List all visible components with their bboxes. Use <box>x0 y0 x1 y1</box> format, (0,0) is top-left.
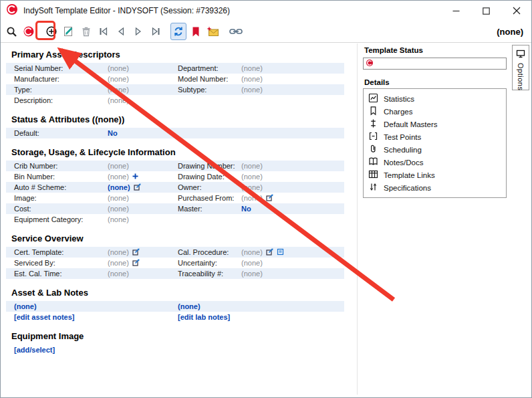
field-label: Image: <box>14 194 108 202</box>
test-points-icon <box>368 131 378 142</box>
asset-notes-value: (none) <box>14 302 37 310</box>
next-record-button[interactable] <box>130 23 146 40</box>
field-value: (none) <box>108 215 129 223</box>
field-value[interactable]: No <box>108 129 118 137</box>
field-value: (none) <box>241 162 263 170</box>
detail-item-label: Test Points <box>384 133 421 141</box>
field-value: (none) <box>108 75 129 83</box>
add-bin-icon[interactable] <box>132 173 138 181</box>
goto-icon[interactable] <box>134 183 141 192</box>
minimize-button[interactable] <box>441 1 471 21</box>
field-value: (none) <box>241 183 263 191</box>
next-record-icon <box>133 26 144 37</box>
field-value-link[interactable]: (none) <box>108 183 130 191</box>
detail-item-label: Notes/Docs <box>384 159 423 167</box>
goto-icon[interactable] <box>132 248 140 257</box>
sidebar: Template Status Details Statistics Charg… <box>363 45 507 198</box>
document-icon[interactable] <box>277 248 284 257</box>
field-value: (none) <box>108 173 129 181</box>
specifications-icon <box>368 182 378 193</box>
title-bar: IndySoft Template Editor - INDYSOFT (Ses… <box>1 1 531 21</box>
previous-record-button[interactable] <box>113 23 129 40</box>
template-detail-panel: Primary Asset Descriptors Serial Number:… <box>6 43 355 355</box>
link-icon <box>229 27 243 35</box>
goto-icon[interactable] <box>266 248 273 257</box>
template-status-input[interactable] <box>363 58 507 70</box>
app-logo-icon <box>6 3 18 18</box>
template-links-icon <box>368 169 378 181</box>
edit-icon <box>63 25 75 37</box>
detail-item-scheduling[interactable]: Scheduling <box>364 143 506 156</box>
field-value: (none) <box>108 96 129 104</box>
field-label: Uncertainty: <box>178 259 241 267</box>
last-record-button[interactable] <box>148 23 164 40</box>
detail-item-notes-docs[interactable]: Notes/Docs <box>364 156 506 169</box>
detail-item-template-links[interactable]: Template Links <box>364 169 506 181</box>
close-button[interactable] <box>501 1 531 21</box>
plus-circle-icon <box>45 25 57 37</box>
detail-item-charges[interactable]: Charges <box>364 105 506 118</box>
field-row: Crib Number: (none) Drawing Number: (non… <box>6 161 344 171</box>
detail-item-default-masters[interactable]: Default Masters <box>364 118 506 130</box>
field-label: Manufacturer: <box>14 75 108 83</box>
add-record-button[interactable] <box>43 23 59 40</box>
field-label: Owner: <box>178 183 241 191</box>
red-circle-button[interactable] <box>21 23 37 40</box>
field-value: (none) <box>108 194 129 202</box>
detail-item-statistics[interactable]: Statistics <box>364 92 506 105</box>
options-tab[interactable]: Options <box>512 45 529 90</box>
detail-item-label: Default Masters <box>384 120 438 128</box>
detail-item-test-points[interactable]: Test Points <box>364 130 506 143</box>
current-record-label: (none) <box>497 27 526 37</box>
first-record-button[interactable] <box>96 23 112 40</box>
statistics-icon <box>368 93 378 104</box>
field-value: (none) <box>108 205 129 213</box>
trash-icon <box>80 25 92 37</box>
field-row: Type: (none) Subtype: (none) <box>6 84 344 95</box>
edit-lab-notes-link[interactable]: [edit lab notes] <box>178 313 230 321</box>
delete-record-button[interactable] <box>78 23 94 40</box>
email-button[interactable] <box>205 23 221 40</box>
template-status-label: Template Status <box>364 46 507 54</box>
edit-asset-notes-link[interactable]: [edit asset notes] <box>14 313 74 321</box>
field-row: Cert. Template: (none) Cal. Procedure: (… <box>6 247 344 258</box>
bookmark-icon <box>191 26 201 37</box>
field-label: Cost: <box>14 205 108 213</box>
add-select-image-link[interactable]: [add/select] <box>14 346 55 354</box>
field-label: Purchased From: <box>178 194 241 202</box>
field-row: Bin Number: (none) Drawing Date: (none) <box>6 171 344 182</box>
link-button[interactable] <box>228 23 244 40</box>
field-value-link[interactable]: No <box>241 205 251 213</box>
detail-item-label: Scheduling <box>384 146 422 154</box>
edit-record-button[interactable] <box>61 23 77 40</box>
field-value: (none) <box>241 75 263 83</box>
charges-icon <box>368 106 378 117</box>
field-value: (none) <box>241 194 263 202</box>
indysoft-template-editor-window: { "window": { "title": "IndySoft Templat… <box>0 0 532 398</box>
detail-item-label: Statistics <box>384 95 414 103</box>
monitor-icon <box>516 49 525 61</box>
field-row: Auto # Scheme: (none) Owner: (none) <box>6 182 344 193</box>
bookmark-button[interactable] <box>188 23 204 40</box>
default-masters-icon <box>368 118 378 130</box>
envelope-icon <box>207 26 220 37</box>
goto-icon[interactable] <box>266 194 273 203</box>
refresh-button[interactable] <box>170 23 186 40</box>
field-row: Manufacturer: (none) Model Number: (none… <box>6 74 344 84</box>
scheduling-icon <box>368 144 378 155</box>
field-label: Description: <box>14 96 108 104</box>
field-label: Drawing Date: <box>178 173 241 181</box>
field-value: (none) <box>241 248 263 256</box>
equipment-image-row: [add/select] <box>6 344 344 355</box>
field-row: Image: (none) Purchased From: (none) <box>6 193 344 203</box>
field-label: Equipment Category: <box>14 215 108 223</box>
field-label: Serviced By: <box>14 259 108 267</box>
goto-icon[interactable] <box>132 259 140 268</box>
field-label: Default: <box>14 129 108 137</box>
field-value: (none) <box>241 259 263 267</box>
maximize-button[interactable] <box>471 1 501 21</box>
detail-item-specifications[interactable]: Specifications <box>364 181 506 194</box>
options-tab-label: Options <box>517 63 525 90</box>
search-button[interactable] <box>3 23 19 40</box>
field-value: (none) <box>108 248 129 256</box>
